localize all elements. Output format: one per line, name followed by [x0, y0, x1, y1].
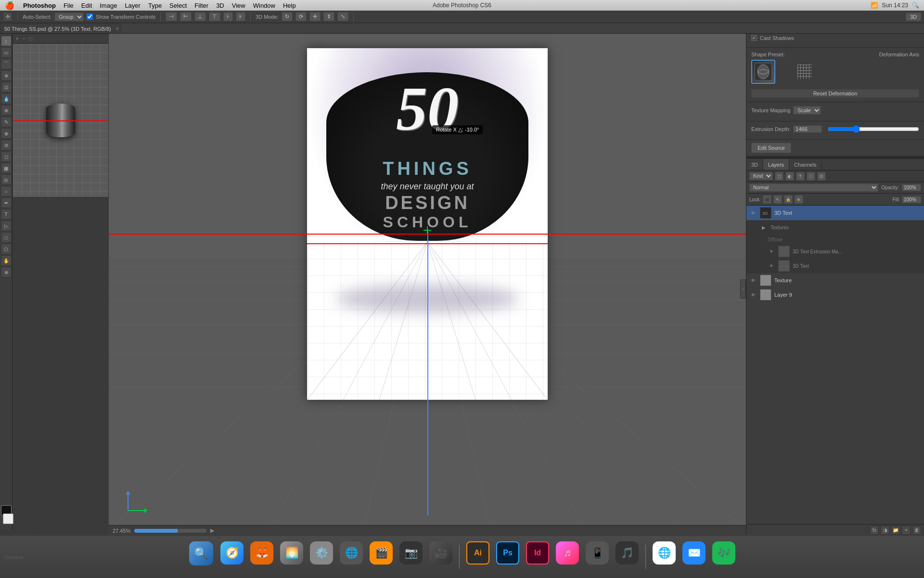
layers-kind-select[interactable]: Kind [749, 172, 773, 180]
menu-view[interactable]: View [228, 0, 249, 11]
layer-3dtext-sub-eye[interactable]: 👁 [768, 262, 775, 270]
layers-filter-adjust[interactable]: ◐ [785, 172, 794, 181]
right-collapse-btn[interactable]: ‹ [740, 279, 746, 299]
3d-slide-btn[interactable]: ⇕ [323, 12, 334, 21]
fx-btn[interactable]: fx [870, 526, 879, 535]
background-color[interactable] [3, 513, 13, 524]
tool-3d-obj[interactable]: ⬡ [1, 244, 12, 254]
menu-filter[interactable]: Filter [191, 0, 212, 11]
3d-rotate-btn[interactable]: ↻ [282, 12, 293, 21]
lock-move-btn[interactable]: ✎ [773, 195, 782, 204]
mini-hide-btn[interactable]: − [23, 36, 26, 41]
dock-finder[interactable]: 🔍 [187, 541, 216, 572]
align-middle-btn[interactable]: ⊦ [223, 12, 233, 21]
apple-menu[interactable]: 🍎 [0, 1, 19, 10]
tab-close-btn[interactable]: × [116, 26, 119, 31]
layers-filter-shape[interactable]: □ [807, 172, 815, 181]
lock-art-btn[interactable]: ⊕ [795, 195, 803, 204]
tool-magic-wand[interactable]: ✲ [1, 70, 12, 81]
tool-spot-heal[interactable]: ⊕ [1, 105, 12, 116]
tool-hand[interactable]: ✋ [1, 255, 12, 266]
adj-btn[interactable]: ◑ [881, 526, 889, 535]
dock-firefox[interactable]: 🦊 [248, 541, 275, 572]
tool-zoom[interactable]: ⊕ [1, 267, 12, 277]
lock-px-btn[interactable]: ⬛ [763, 195, 771, 204]
tool-eyedropper[interactable]: 💧 [1, 93, 12, 104]
dock-mail[interactable]: ✉️ [680, 541, 707, 572]
layer-3dtext[interactable]: 👁 3D 3D Text [746, 206, 924, 220]
document-tab[interactable]: 50 Things SS.psd @ 27.5% (3D Text, RGB/8… [0, 24, 121, 33]
menu-file[interactable]: File [60, 0, 77, 11]
move-tool[interactable]: ✣ [3, 12, 13, 22]
menu-3d[interactable]: 3D [212, 0, 228, 11]
tool-history[interactable]: ⊘ [1, 140, 12, 150]
tool-clone[interactable]: ⊗ [1, 128, 12, 139]
opacity-input[interactable] [902, 184, 921, 191]
tab-layers[interactable]: Layers [763, 159, 789, 170]
edit-source-btn[interactable]: Edit Source [751, 143, 791, 153]
search-icon[interactable]: 🔍 [912, 2, 919, 9]
texture-mapping-select[interactable]: Scale Tile [793, 106, 821, 115]
mini-expand-btn[interactable]: □ [29, 36, 32, 41]
layers-filter-smart[interactable]: ⊡ [817, 172, 826, 181]
layers-filter-type[interactable]: T [796, 172, 805, 181]
layers-filter-pixel[interactable]: ◻ [775, 172, 783, 181]
menu-layer[interactable]: Layer [121, 0, 144, 11]
3d-mode-value[interactable]: 3D [906, 13, 921, 21]
dock-spotify[interactable]: 🎶 [710, 541, 737, 572]
shape-preset-thumb[interactable] [751, 60, 775, 84]
tool-lasso[interactable]: ⌒ [1, 59, 12, 69]
layer-9-eye[interactable]: 👁 [749, 291, 757, 299]
tab-3d[interactable]: 3D [746, 159, 763, 170]
align-bottom-btn[interactable]: ⊧ [236, 12, 245, 21]
blending-mode-select[interactable]: Normal [749, 184, 878, 192]
tool-eraser[interactable]: ◻ [1, 151, 12, 162]
menu-photoshop[interactable]: Photoshop [19, 0, 60, 11]
align-top-btn[interactable]: ⊤ [209, 12, 220, 21]
3d-roll-btn[interactable]: ⟳ [295, 12, 307, 21]
tool-brush[interactable]: ✎ [1, 117, 12, 127]
mini-close-btn[interactable]: × [16, 36, 19, 41]
canvas-3d-viewport[interactable]: 50 THINGS they never taught you at DESIG… [109, 34, 746, 530]
tool-shape[interactable]: □ [1, 232, 12, 243]
dock-music2[interactable]: 🎵 [614, 541, 641, 572]
tool-path-select[interactable]: ▷ [1, 221, 12, 231]
cast-shadows-checkbox[interactable] [751, 35, 757, 41]
3d-pan-btn[interactable]: ✛ [309, 12, 321, 21]
tool-dodge[interactable]: ○ [1, 186, 12, 197]
dock-itunes[interactable]: ♬ [554, 541, 581, 572]
layer-texture[interactable]: 👁 Texture [746, 273, 924, 288]
dock-prefs[interactable]: ⚙️ [308, 541, 335, 572]
align-right-btn[interactable]: ⊥ [194, 12, 206, 21]
layer-textures[interactable]: ▶ Textures [746, 220, 924, 235]
menu-help[interactable]: Help [279, 0, 300, 11]
layer-extrusion[interactable]: 👁 3D Text Extrusion Ma... [746, 244, 924, 259]
dock-ai[interactable]: Ai [464, 541, 491, 572]
layer-9[interactable]: 👁 Layer 9 [746, 288, 924, 302]
tab-channels[interactable]: Channels [789, 159, 821, 170]
extrusion-depth-input[interactable] [793, 125, 822, 133]
dock-id[interactable]: Id [524, 541, 551, 572]
dock-photos[interactable]: 🌅 [278, 541, 305, 572]
menu-type[interactable]: Type [144, 0, 166, 11]
layer-textures-expand[interactable]: ▶ [760, 223, 768, 231]
dock-firefox2[interactable]: 🌐 [338, 541, 365, 572]
extrusion-depth-slider[interactable] [828, 125, 919, 133]
dock-phone[interactable]: 📱 [584, 541, 611, 572]
menu-select[interactable]: Select [166, 0, 191, 11]
tool-gradient[interactable]: ▦ [1, 163, 12, 173]
menu-window[interactable]: Window [249, 0, 279, 11]
dock-safari[interactable]: 🧭 [218, 541, 245, 572]
delete-layer-btn[interactable]: 🗑 [912, 526, 921, 535]
fill-input[interactable] [902, 196, 921, 203]
autoselect-select[interactable]: Group Layer [54, 13, 84, 21]
align-left-btn[interactable]: ⊣ [166, 12, 177, 21]
lock-all-btn[interactable]: 🔒 [784, 195, 793, 204]
layer-3dtext-eye[interactable]: 👁 [749, 209, 757, 217]
dock-chrome[interactable]: 🌐 [651, 541, 678, 572]
tool-crop[interactable]: ⊡ [1, 82, 12, 92]
new-layer-btn[interactable]: + [902, 526, 911, 535]
dock-camera[interactable]: 📷 [398, 541, 424, 572]
menu-image[interactable]: Image [96, 0, 121, 11]
tool-move[interactable]: ↕ [1, 36, 12, 46]
